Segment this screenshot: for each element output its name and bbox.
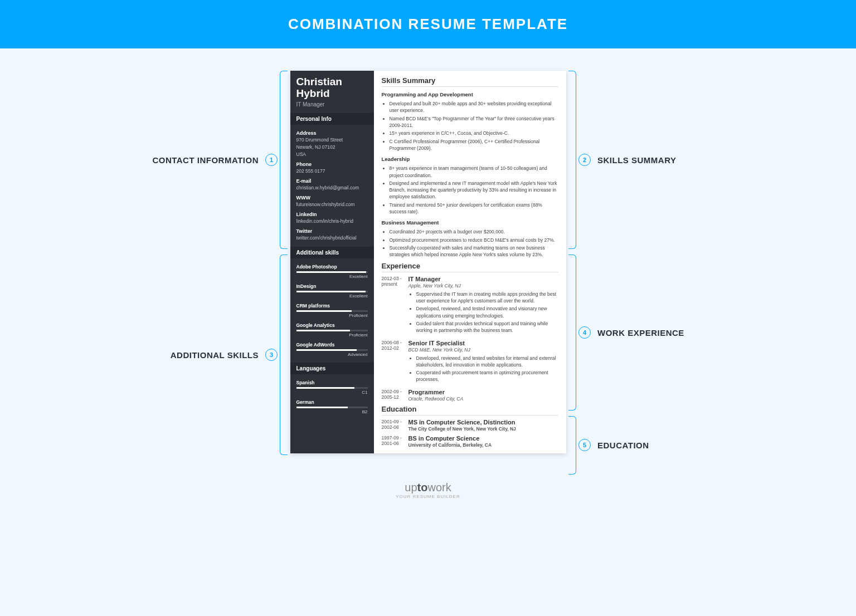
languages-block: SpanishC1 GermanB2	[290, 374, 374, 420]
date-from: 2006-08 -	[382, 340, 408, 345]
lang-name: Spanish	[296, 380, 368, 385]
skill-bar	[296, 330, 368, 331]
callout-num: 4	[578, 326, 591, 339]
date-to: 2012-02	[382, 345, 408, 351]
date-to: present	[382, 281, 408, 287]
degree-title: MS in Computer Science, Distinction	[408, 419, 558, 426]
skill-level: Proficient	[296, 333, 368, 338]
email-value: christian.w.hybrid@gmail.com	[296, 185, 368, 191]
experience-entry: 2006-08 -2012-02 Senior IT Specialist BC…	[382, 340, 558, 385]
skill-level: Excellent	[296, 294, 368, 299]
brand-part: up	[405, 481, 417, 493]
skill-level: Advanced	[296, 352, 368, 357]
www-label: WWW	[296, 195, 368, 201]
callout-edu: 5 EDUCATION	[578, 439, 649, 451]
list-item: Optimized procurement processes to reduc…	[390, 237, 558, 243]
brace-skills-summary	[568, 71, 576, 249]
phone-label: Phone	[296, 162, 368, 167]
skill-bar	[296, 349, 368, 351]
section-skills-summary: Skills Summary	[382, 76, 558, 87]
list-item: Developed, reviewed, and tested websites…	[416, 355, 558, 369]
brand-part: work	[427, 481, 451, 493]
skill-bar	[296, 310, 368, 312]
brand-part: to	[417, 481, 428, 493]
section-education: Education	[382, 405, 558, 415]
callout-contact: CONTACT INFORMATION 1	[152, 154, 278, 166]
brace-contact	[280, 71, 288, 249]
list-item: C Certified Professional Programmer (200…	[390, 138, 558, 152]
callout-label: ADDITIONAL SKILLS	[171, 350, 259, 360]
sidebar-languages-header: Languages	[290, 363, 374, 374]
job-title: Senior IT Specialist	[408, 340, 558, 346]
linkedin-value: linkedin.com/in/chris-hybrid	[296, 218, 368, 224]
lang-name: German	[296, 399, 368, 405]
date-to: 2005-12	[382, 394, 408, 400]
list-item: Guided talent that provides technical su…	[416, 320, 558, 334]
lang-bar	[296, 387, 368, 389]
job-title: Programmer	[408, 389, 558, 395]
list-item: Coordinated 20+ projects with a budget o…	[390, 228, 558, 235]
person-name: Christian Hybrid	[296, 76, 368, 100]
skill-name: CRM platforms	[296, 303, 368, 309]
lang-level: C1	[296, 390, 368, 395]
callout-num: 5	[578, 439, 591, 451]
main-area: CONTACT INFORMATION 1 ADDITIONAL SKILLS …	[0, 48, 856, 470]
sidebar-personal-header: Personal Info	[290, 113, 374, 125]
list-item: Successfully cooperated with sales and m…	[390, 245, 558, 258]
resume-body: Skills Summary Programming and App Devel…	[374, 71, 566, 453]
sidebar-skills-header: Additional skills	[290, 247, 374, 258]
person-title: IT Manager	[296, 101, 368, 107]
sidebar: Christian Hybrid IT Manager Personal Inf…	[290, 71, 374, 453]
skills-group-heading: Business Management	[382, 219, 558, 226]
date-to: 2001-06	[382, 441, 408, 446]
school: University of California, Berkeley, CA	[408, 442, 558, 448]
skill-level: Excellent	[296, 274, 368, 279]
brace-education	[568, 416, 576, 475]
lang-bar	[296, 407, 368, 408]
school: The City College of New York, New York C…	[408, 426, 558, 432]
date-from: 2012-03 -	[382, 276, 408, 281]
contact-block: Address 970 Drummond Street Newark, NJ 0…	[290, 125, 374, 247]
education-entry: 2001-09 -2002-06 MS in Computer Science,…	[382, 419, 558, 432]
list-item: Cooperated with procurement teams in opt…	[416, 369, 558, 383]
skills-group-heading: Leadership	[382, 156, 558, 162]
address-line: 970 Drummond Street	[296, 137, 368, 143]
date-from: 2001-09 -	[382, 419, 408, 424]
brace-skills-side	[280, 255, 288, 455]
date-to: 2002-06	[382, 424, 408, 430]
address-label: Address	[296, 130, 368, 136]
list-item: Designed and implemented a new IT manage…	[390, 180, 558, 201]
skill-bar	[296, 291, 368, 292]
list-item: Developed, reviewed, and tested innovati…	[416, 305, 558, 319]
section-experience: Experience	[382, 262, 558, 272]
skill-name: Google AdWords	[296, 342, 368, 348]
skill-name: Google Analytics	[296, 322, 368, 328]
list-item: Trained and mentored 50+ junior develope…	[390, 202, 558, 216]
skill-level: Proficient	[296, 313, 368, 318]
address-line: Newark, NJ 07102	[296, 144, 368, 150]
skills-list: 8+ years experience in team management (…	[382, 165, 558, 215]
list-item: Named BCD M&E's "Top Programmer of The Y…	[390, 115, 558, 129]
skill-bar	[296, 271, 368, 273]
callout-label: EDUCATION	[597, 441, 649, 450]
job-title: IT Manager	[408, 276, 558, 282]
callout-num: 3	[265, 349, 278, 361]
experience-entry: 2012-03 -present IT Manager Apple, New Y…	[382, 276, 558, 336]
list-item: 8+ years experience in team management (…	[390, 165, 558, 179]
callout-num: 2	[578, 154, 591, 166]
list-item: Suppervised the IT team in creating mobi…	[416, 291, 558, 305]
company: Apple, New York City, NJ	[408, 283, 558, 289]
footer-logo: uptowork YOUR RESUME BUILDER	[0, 470, 856, 510]
callout-num: 1	[265, 154, 278, 166]
resume-document: Christian Hybrid IT Manager Personal Inf…	[290, 71, 566, 453]
skills-list: Coordinated 20+ projects with a budget o…	[382, 228, 558, 258]
twitter-label: Twitter	[296, 228, 368, 234]
date-from: 2002-09 -	[382, 389, 408, 394]
education-entry: 1997-09 -2001-06 BS in Computer Science …	[382, 435, 558, 448]
experience-entry: 2002-09 -2005-12 Programmer Oracle, Redw…	[382, 389, 558, 402]
twitter-value: twitter.com/chrishybridofficial	[296, 235, 368, 241]
skill-name: Adobe Photoshop	[296, 264, 368, 270]
phone-value: 202 555 0177	[296, 168, 368, 174]
lang-level: B2	[296, 409, 368, 414]
brace-experience	[568, 255, 576, 410]
